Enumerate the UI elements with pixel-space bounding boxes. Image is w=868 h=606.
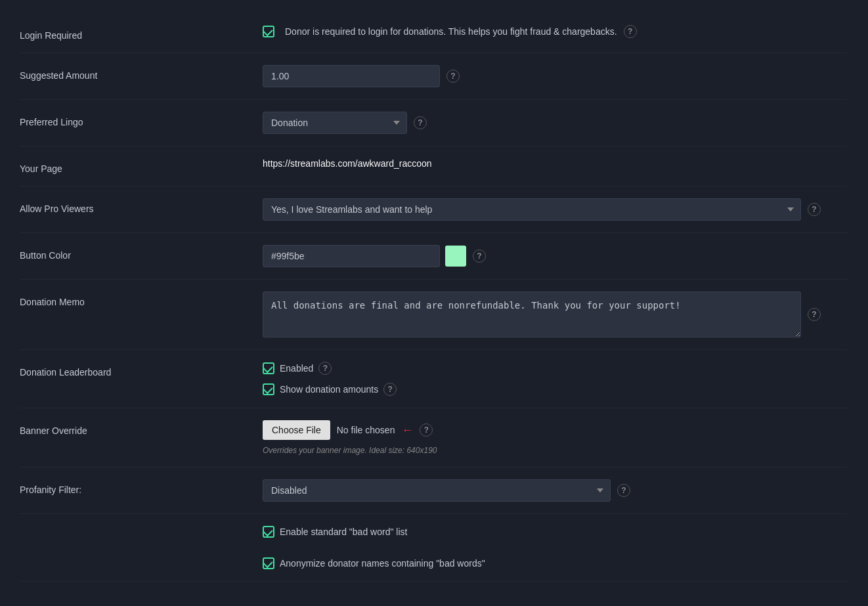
donation-leaderboard-row: Donation Leaderboard Enabled ? Show dona…: [20, 350, 847, 408]
profanity-filter-control: Disabled Enabled ?: [263, 479, 847, 502]
leaderboard-enabled-label: Enabled: [280, 363, 313, 374]
show-amounts-checkbox[interactable]: [263, 383, 274, 395]
allow-pro-viewers-help-icon[interactable]: ?: [808, 203, 821, 216]
enable-bad-words-row: Enable standard "bad word" list Anonymiz…: [20, 514, 847, 582]
profanity-filter-label: Profanity Filter:: [20, 479, 263, 495]
login-required-checkbox[interactable]: [263, 26, 274, 37]
color-swatch[interactable]: [445, 246, 466, 267]
no-file-text: No file chosen: [337, 425, 395, 435]
anonymize-donators-checkbox[interactable]: [263, 557, 274, 569]
banner-override-hint: Overrides your banner image. Ideal size:…: [263, 446, 437, 455]
suggested-amount-label: Suggested Amount: [20, 65, 263, 81]
your-page-row: Your Page https://streamlabs.com/awkward…: [20, 146, 847, 186]
leaderboard-checkboxes: Enabled ? Show donation amounts ?: [263, 362, 397, 396]
donation-memo-control: All donations are final and are nonrefun…: [263, 292, 847, 337]
banner-override-label: Banner Override: [20, 420, 263, 436]
preferred-lingo-help-icon[interactable]: ?: [414, 116, 427, 129]
preferred-lingo-label: Preferred Lingo: [20, 112, 263, 127]
file-input-area: Choose File No file chosen ← ?: [263, 420, 437, 440]
donation-leaderboard-label: Donation Leaderboard: [20, 362, 263, 378]
suggested-amount-help-icon[interactable]: ?: [446, 70, 460, 83]
login-required-label: Login Required: [20, 25, 263, 41]
login-required-control: Donor is required to login for donations…: [263, 25, 847, 38]
login-required-checkbox-wrapper[interactable]: Donor is required to login for donations…: [263, 26, 617, 37]
color-hex-input[interactable]: [263, 245, 440, 267]
donation-memo-label: Donation Memo: [20, 292, 263, 307]
donation-memo-row: Donation Memo All donations are final an…: [20, 280, 847, 350]
preferred-lingo-row: Preferred Lingo Donation Tip Contributio…: [20, 100, 847, 146]
preferred-lingo-select[interactable]: Donation Tip Contribution Support: [263, 112, 407, 134]
red-arrow-indicator: ←: [401, 423, 413, 437]
donation-memo-help-icon[interactable]: ?: [808, 308, 821, 321]
allow-pro-viewers-label: Allow Pro Viewers: [20, 198, 263, 214]
button-color-help-icon[interactable]: ?: [473, 249, 486, 263]
login-required-description: Donor is required to login for donations…: [285, 26, 617, 37]
allow-pro-viewers-row: Allow Pro Viewers Yes, I love Streamlabs…: [20, 186, 847, 233]
suggested-amount-control: ?: [263, 65, 847, 87]
leaderboard-enabled-help-icon[interactable]: ?: [318, 362, 332, 375]
profanity-filter-select[interactable]: Disabled Enabled: [263, 479, 611, 502]
settings-form: Login Required Donor is required to logi…: [20, 13, 847, 582]
enable-bad-words-label-empty: [20, 526, 263, 531]
suggested-amount-row: Suggested Amount ?: [20, 53, 847, 100]
profanity-filter-help-icon[interactable]: ?: [617, 484, 630, 497]
button-color-control: ?: [263, 245, 847, 267]
choose-file-button[interactable]: Choose File: [263, 420, 330, 440]
show-amounts-wrapper[interactable]: Show donation amounts: [263, 383, 378, 395]
anonymize-donators-label: Anonymize donator names containing "bad …: [280, 558, 485, 569]
enable-bad-words-checkbox[interactable]: [263, 526, 274, 538]
leaderboard-enabled-wrapper[interactable]: Enabled: [263, 362, 313, 374]
enable-bad-words-control: Enable standard "bad word" list Anonymiz…: [263, 526, 847, 569]
show-amounts-label: Show donation amounts: [280, 384, 378, 395]
login-required-row: Login Required Donor is required to logi…: [20, 13, 847, 53]
allow-pro-viewers-control: Yes, I love Streamlabs and want to help …: [263, 198, 847, 221]
donation-memo-textarea[interactable]: All donations are final and are nonrefun…: [263, 292, 801, 337]
preferred-lingo-control: Donation Tip Contribution Support ?: [263, 112, 847, 134]
button-color-label: Button Color: [20, 245, 263, 261]
donation-leaderboard-control: Enabled ? Show donation amounts ?: [263, 362, 847, 396]
allow-pro-viewers-select[interactable]: Yes, I love Streamlabs and want to help …: [263, 198, 801, 221]
enable-bad-words-wrapper[interactable]: Enable standard "bad word" list: [263, 526, 407, 538]
anonymize-donators-wrapper[interactable]: Anonymize donator names containing "bad …: [263, 557, 485, 569]
banner-override-row: Banner Override Choose File No file chos…: [20, 408, 847, 467]
login-required-help-icon[interactable]: ?: [624, 25, 637, 38]
banner-override-help-icon[interactable]: ?: [420, 423, 433, 437]
file-section: Choose File No file chosen ← ? Overrides…: [263, 420, 437, 455]
leaderboard-enabled-checkbox[interactable]: [263, 362, 274, 374]
suggested-amount-input[interactable]: [263, 65, 440, 87]
enable-bad-words-label: Enable standard "bad word" list: [280, 527, 407, 537]
your-page-label: Your Page: [20, 158, 263, 174]
color-input-area: [263, 245, 466, 267]
profanity-filter-row: Profanity Filter: Disabled Enabled ?: [20, 467, 847, 514]
show-amounts-help-icon[interactable]: ?: [383, 383, 397, 396]
button-color-row: Button Color ?: [20, 233, 847, 280]
banner-override-control: Choose File No file chosen ← ? Overrides…: [263, 420, 847, 455]
your-page-control: https://streamlabs.com/awkward_raccoon: [263, 158, 847, 169]
your-page-url: https://streamlabs.com/awkward_raccoon: [263, 158, 432, 169]
